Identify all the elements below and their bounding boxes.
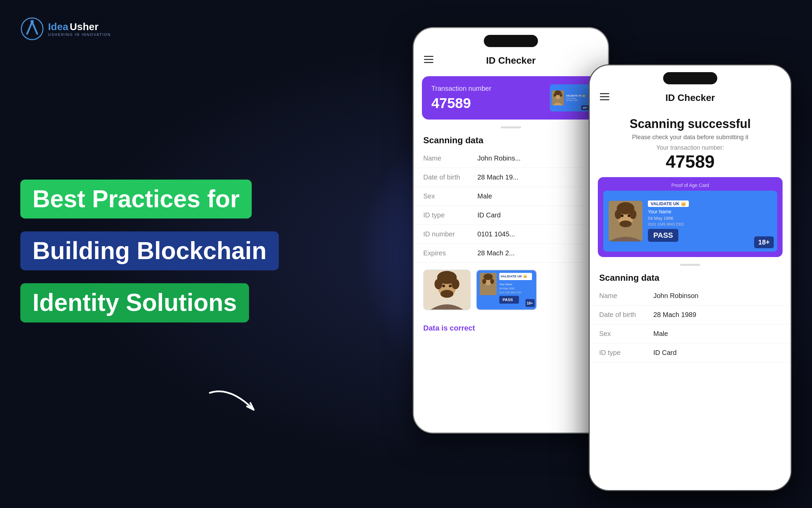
phone-front: ID Checker Scanning successful Please ch… <box>589 64 792 491</box>
value-sex-front: Male <box>653 330 668 338</box>
logo-text: Idea Usher USHERING IN INNOVATION <box>48 21 111 37</box>
hamburger-line <box>424 59 433 60</box>
data-row-name-front: Name John Robinson <box>590 287 791 305</box>
scan-success-title: Scanning successful <box>590 110 791 134</box>
phone-back: ID Checker Transaction number 47589 <box>413 27 609 433</box>
hamburger-line <box>424 62 433 63</box>
svg-text:Your Name: Your Name <box>499 283 512 286</box>
data-row-idtype-front: ID type ID Card <box>590 343 791 362</box>
svg-text:04 May 1996: 04 May 1996 <box>499 287 515 290</box>
label-idtype-back: ID type <box>423 211 477 219</box>
value-name-front: John Robinson <box>653 292 698 300</box>
transaction-label-back: Transaction number <box>431 85 491 92</box>
age-badge: 18+ <box>754 236 774 248</box>
svg-point-85 <box>619 220 632 227</box>
scanning-title-front: Scanning data <box>590 269 791 287</box>
card-number: 0101 1045 9843 2301 <box>648 222 772 226</box>
divider-bar-back <box>501 126 521 128</box>
svg-point-55 <box>554 93 556 97</box>
scan-success-subtitle: Please check your data before submitting… <box>590 134 791 144</box>
svg-point-64 <box>449 285 452 288</box>
data-row-idnum-back: ID number 0101 1045... <box>414 225 608 244</box>
headline-line-3: Identity Solutions <box>20 283 249 322</box>
label-dob-back: Date of birth <box>423 173 477 181</box>
hamburger-line <box>600 99 609 100</box>
id-card-photo <box>609 201 642 241</box>
svg-text:18+: 18+ <box>527 301 533 305</box>
value-idtype-back: ID Card <box>477 211 501 219</box>
label-name-front: Name <box>599 292 653 300</box>
data-row-sex-front: Sex Male <box>590 324 791 343</box>
pass-badge: PASS <box>648 229 678 242</box>
svg-text:0101 1045 9843 2301: 0101 1045 9843 2301 <box>499 291 522 294</box>
phone-back-screen: ID Checker Transaction number 47589 <box>414 28 608 432</box>
id-card-mini-back: VALIDATE UK 👑 Your Name 04 May 1996 18+ <box>550 84 590 111</box>
transaction-number-back: 47589 <box>431 95 491 111</box>
svg-point-70 <box>490 279 494 284</box>
label-idnum-back: ID number <box>423 230 477 238</box>
headline-line-2: Building Blockchain <box>20 231 279 270</box>
validate-badge: VALIDATE UK 👑 <box>648 200 689 207</box>
left-content-area: Best Practices for Building Blockchain I… <box>20 179 284 329</box>
card-your-name: Your Name <box>648 209 772 214</box>
data-row-name-back: Name John Robins... <box>414 149 608 168</box>
phone-front-title: ID Checker <box>666 92 715 103</box>
data-row-sex-back: Sex Male <box>414 187 608 206</box>
svg-point-69 <box>482 279 486 284</box>
phones-container: ID Checker Transaction number 47589 <box>386 10 792 498</box>
hamburger-line <box>600 96 609 97</box>
phone-front-screen: ID Checker Scanning successful Please ch… <box>590 65 791 490</box>
svg-text:VALIDATE UK 👑: VALIDATE UK 👑 <box>501 274 527 278</box>
value-expires-back: 28 Mach 2... <box>477 249 515 257</box>
svg-point-61 <box>452 279 459 289</box>
label-sex-back: Sex <box>423 192 477 200</box>
mini-18-badge: 18+ <box>581 105 589 110</box>
headline-line-1: Best Practices for <box>20 179 252 218</box>
mini-photo-back <box>552 90 564 105</box>
label-name-back: Name <box>423 154 477 162</box>
logo-tagline: USHERING IN INNOVATION <box>48 33 111 37</box>
value-name-back: John Robins... <box>477 154 521 162</box>
value-idnum-back: 0101 1045... <box>477 230 515 238</box>
value-dob-back: 28 Mach 19... <box>477 173 518 181</box>
transaction-card-back: Transaction number 47589 <box>422 76 600 120</box>
hamburger-line <box>424 56 433 57</box>
headline: Best Practices for Building Blockchain I… <box>20 179 284 329</box>
id-card-details: VALIDATE UK 👑 Your Name 04 May 1996 0101… <box>648 200 772 242</box>
svg-point-51 <box>30 20 34 23</box>
svg-point-63 <box>442 285 445 288</box>
value-idtype-front: ID Card <box>653 349 677 357</box>
phone-front-notch <box>663 72 717 84</box>
scanning-title-back: Scanning data <box>414 132 608 149</box>
card-dob: 04 May 1996 <box>648 216 772 221</box>
data-row-expires-back: Expires 28 Mach 2... <box>414 244 608 263</box>
data-correct-link[interactable]: Data is correct <box>414 317 608 339</box>
phone-back-notch <box>484 35 538 47</box>
svg-point-83 <box>615 210 622 219</box>
logo: Idea Usher USHERING IN INNOVATION <box>20 17 111 41</box>
label-dob-front: Date of birth <box>599 311 653 319</box>
id-card-box: VALIDATE UK 👑 Your Name 04 May 1996 0101… <box>476 270 537 310</box>
value-dob-front: 28 Mach 1989 <box>653 311 696 319</box>
label-idtype-front: ID type <box>599 349 653 357</box>
label-sex-front: Sex <box>599 330 653 338</box>
transaction-number-front: 47589 <box>590 151 791 172</box>
value-sex-back: Male <box>477 192 492 200</box>
data-row-dob-front: Date of birth 28 Mach 1989 <box>590 305 791 324</box>
logo-icon <box>20 17 44 41</box>
label-expires-back: Expires <box>423 249 477 257</box>
hamburger-icon-front[interactable] <box>600 93 609 100</box>
hamburger-icon-back[interactable] <box>424 56 433 63</box>
data-row-idtype-back: ID type ID Card <box>414 206 608 225</box>
svg-point-62 <box>441 290 454 298</box>
phone-back-title: ID Checker <box>486 55 536 66</box>
transaction-info: Transaction number 47589 <box>431 85 491 111</box>
arrow-decoration <box>203 383 271 433</box>
svg-text:PASS: PASS <box>502 297 513 302</box>
divider-bar-front <box>680 264 700 266</box>
svg-point-56 <box>560 93 562 97</box>
svg-point-84 <box>630 210 636 219</box>
transaction-label-front: Your transaction number: <box>590 144 791 151</box>
id-card-inner: VALIDATE UK 👑 Your Name 04 May 1996 0101… <box>603 191 777 252</box>
svg-point-60 <box>434 279 442 289</box>
